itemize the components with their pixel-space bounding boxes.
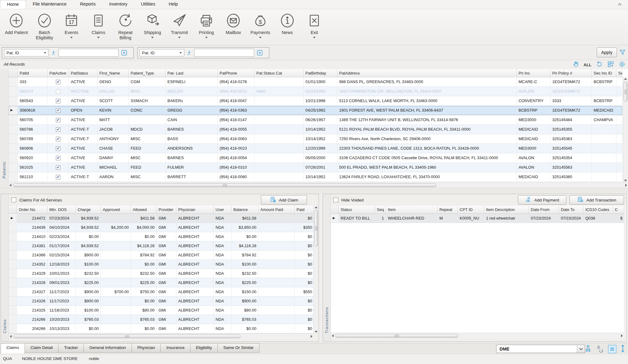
toolbar-button-news[interactable]: News	[274, 12, 301, 35]
table-row[interactable]: 21435212/18/2023$100.00$0.00GMIALBRECHTN…	[9, 260, 314, 269]
column-header[interactable]: PatId	[18, 69, 48, 77]
table-row[interactable]: 560786✔ACTIVE-TJACOBMDCDBARNES(954) 418-…	[9, 125, 622, 134]
column-header[interactable]: Repeat	[438, 206, 458, 214]
column-header[interactable]: Date To	[559, 206, 584, 214]
table-row[interactable]: ▶3560616✔OPENKEVINCONCGREGG(954) 418-036…	[9, 106, 622, 115]
table-row[interactable]: 560543✔ACTIVESCOTTSXMACHBAKERs(954) 418-…	[9, 96, 622, 106]
scroll-down-icon[interactable]	[315, 331, 318, 333]
menu-tab-file-maintenance[interactable]: File Maintenance	[26, 0, 73, 9]
active-checkbox[interactable]: ✔	[56, 80, 60, 84]
scroll-right-icon[interactable]	[311, 335, 312, 338]
active-checkbox[interactable]: ✔	[56, 99, 60, 103]
menu-tab-utilities[interactable]: Utilities	[134, 0, 162, 9]
dme-selector[interactable]: DME	[496, 345, 585, 353]
toolbar-button-batch-eligibility[interactable]: Batch Eligibility	[31, 12, 58, 40]
filter-input-1[interactable]	[59, 49, 119, 57]
column-header[interactable]: PatBirthday	[304, 69, 337, 77]
column-header[interactable]: PatPhone	[218, 69, 255, 77]
apply-button[interactable]: Apply	[597, 48, 617, 57]
column-header[interactable]: ICD10 Codes	[584, 206, 613, 214]
filter-input-2[interactable]	[194, 49, 254, 57]
clear-filter-icon[interactable]	[256, 49, 263, 56]
column-header[interactable]: User	[214, 206, 232, 214]
toolbar-button-shipping[interactable]: Shipping	[139, 12, 166, 38]
column-header[interactable]: Order No.	[17, 206, 48, 214]
tab-tracker[interactable]: Tracker	[59, 343, 84, 353]
patients-horizontal-scrollbar[interactable]	[9, 182, 628, 188]
table-row[interactable]: 21426610/20/2023$765.03$765.03GMIALBRECH…	[9, 315, 314, 324]
menu-tab-help[interactable]: Help	[162, 0, 185, 9]
column-header[interactable]: Pat Status Cat	[255, 69, 304, 77]
column-header[interactable]: Se	[616, 69, 622, 77]
scroll-thumb[interactable]	[13, 183, 436, 187]
table-row[interactable]: 21436602/15/2024$900.00$784.92GMIALBRECH…	[9, 251, 314, 260]
toolbar-button-repeat-billing[interactable]: Repeat Billing	[112, 12, 139, 40]
transactions-side-tab[interactable]: Transactions	[323, 194, 331, 341]
column-header[interactable]: PatActive	[48, 69, 69, 77]
active-checkbox[interactable]: ✔	[56, 175, 60, 179]
scroll-right-icon[interactable]	[625, 184, 627, 187]
scroll-left-icon[interactable]	[10, 184, 11, 187]
column-header[interactable]: Approved	[101, 206, 131, 214]
sort-down-icon[interactable]	[186, 50, 192, 56]
scroll-up-icon[interactable]	[624, 78, 627, 80]
table-row[interactable]: 21443904/10/2024$4,939.52$4,200.00$4,000…	[9, 223, 314, 232]
column-header[interactable]: Paid	[295, 206, 314, 214]
tab-same-or-similar[interactable]: Same Or Similar	[218, 343, 259, 353]
scroll-thumb[interactable]	[335, 334, 458, 338]
column-header[interactable]: Item	[386, 206, 438, 214]
toolbar-button-payments[interactable]: $Payments	[247, 12, 274, 38]
table-row[interactable]: 21432611/17/2023$900.00$0.00GMIALBRECHTN…	[9, 297, 314, 306]
scroll-up-icon[interactable]	[315, 206, 318, 208]
column-header[interactable]: Pat- Last	[166, 69, 218, 77]
active-checkbox[interactable]	[56, 89, 60, 94]
claims-all-services-checkbox[interactable]	[11, 197, 16, 202]
gear-icon[interactable]	[618, 61, 626, 69]
table-row[interactable]: 20426610/13/2023$0.00$0.00GMIALBRECHTNDA…	[9, 324, 314, 333]
column-header[interactable]: Physician	[176, 206, 214, 214]
maximize-panel-icon[interactable]	[608, 345, 616, 353]
tab-claims[interactable]: Claims	[1, 343, 25, 354]
menu-tab-inventory[interactable]: Inventory	[102, 0, 134, 9]
column-header[interactable]: Date From	[529, 206, 559, 214]
column-header[interactable]: PatStatus	[69, 69, 98, 77]
table-row[interactable]: 560806✔ACTIVECHASEFEEDANDERSONS(954) 418…	[9, 144, 622, 153]
tab-claim-detail[interactable]: Claim Detail	[25, 343, 59, 353]
column-header[interactable]: CPT ID	[458, 206, 484, 214]
active-checkbox[interactable]: ✔	[56, 127, 60, 132]
refresh-icon[interactable]	[596, 61, 603, 69]
scroll-thumb[interactable]	[13, 335, 240, 338]
scroll-left-icon[interactable]	[10, 335, 12, 338]
switch-user-icon[interactable]	[596, 345, 604, 354]
transactions-horizontal-scrollbar[interactable]	[331, 333, 624, 338]
menu-tab-reports[interactable]: Reports	[73, 0, 102, 9]
add-payment-button[interactable]: Add Payment	[518, 195, 566, 205]
toolbar-button-mailbox[interactable]: Mailbox	[220, 12, 247, 35]
column-header[interactable]: PatAddress	[337, 69, 517, 77]
patient-person-icon[interactable]	[585, 345, 592, 354]
toolbar-button-claims[interactable]: Claims	[85, 12, 112, 38]
column-header[interactable]: Balance	[232, 206, 258, 214]
column-header[interactable]: Status	[339, 206, 375, 214]
layout-add-icon[interactable]	[607, 61, 614, 69]
tab-eligibility[interactable]: Eligibility	[190, 343, 218, 353]
table-row[interactable]: ▶READY TO BILL1WHEELCHAIR-REDMK0005_NU1 …	[331, 214, 625, 223]
table-row[interactable]: 560789✔ACTIVE-TANTHONYMISCBASS(954) 418-…	[9, 134, 622, 144]
column-header[interactable]: Amount Paid	[258, 206, 295, 214]
active-checkbox[interactable]: ✔	[56, 146, 60, 151]
clear-filter-icon[interactable]	[121, 49, 128, 56]
sort-down-icon[interactable]	[51, 50, 56, 56]
table-row[interactable]: 333✔ACTIVEGENOCGMESPINELI(954) 418-02760…	[9, 77, 622, 87]
hide-voided-checkbox[interactable]	[333, 197, 338, 202]
column-header[interactable]: Patient_Type	[129, 69, 166, 77]
transactions-vertical-scrollbar[interactable]	[624, 206, 626, 333]
table-row[interactable]: 21441002/23/2024$0.00$0.00GMIALBRECHTNDA…	[9, 232, 314, 241]
add-claim-button[interactable]: Add Claim	[261, 195, 307, 205]
filter-funnel-icon[interactable]	[619, 49, 626, 57]
filter-field-select-1[interactable]: Pat. ID	[4, 49, 49, 56]
column-header[interactable]: Min. DOS	[48, 206, 76, 214]
claims-vertical-scrollbar[interactable]	[313, 206, 319, 333]
all-records-toggle[interactable]: ALL	[584, 63, 592, 67]
table-row[interactable]: 21438101/17/2024$4,939.52$4,116.28GMIALB…	[9, 241, 314, 251]
collapse-ribbon-button[interactable]	[617, 2, 622, 8]
